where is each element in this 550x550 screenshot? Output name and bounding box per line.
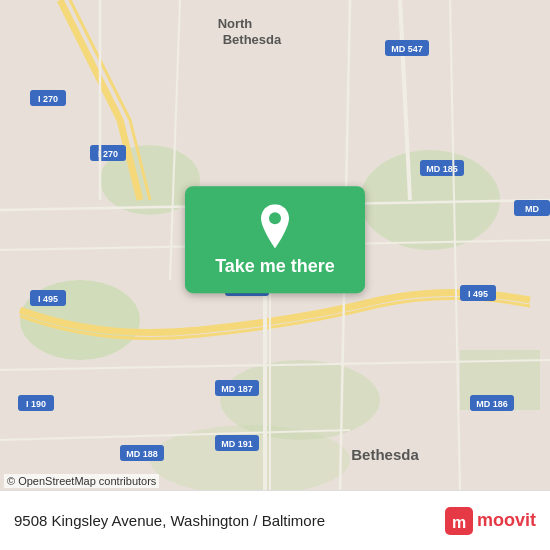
bottom-bar: 9508 Kingsley Avenue, Washington / Balti… — [0, 490, 550, 550]
svg-point-47 — [269, 212, 281, 224]
take-me-there-button[interactable]: Take me there — [185, 186, 365, 293]
svg-text:I 495: I 495 — [468, 289, 488, 299]
svg-text:MD 191: MD 191 — [221, 439, 253, 449]
map-container: I 270 I 270 I 495 I 495 MD 187 MD 187 MD… — [0, 0, 550, 490]
svg-text:Bethesda: Bethesda — [223, 32, 282, 47]
svg-text:I 270: I 270 — [38, 94, 58, 104]
svg-text:MD 188: MD 188 — [126, 449, 158, 459]
svg-text:MD 547: MD 547 — [391, 44, 423, 54]
svg-text:Bethesda: Bethesda — [351, 446, 419, 463]
svg-text:MD: MD — [525, 204, 539, 214]
svg-text:MD 186: MD 186 — [476, 399, 508, 409]
location-pin-icon — [257, 204, 293, 248]
moovit-text: moovit — [477, 510, 536, 531]
moovit-logo: m moovit — [445, 507, 536, 535]
cta-label: Take me there — [215, 256, 335, 277]
svg-text:North: North — [218, 16, 253, 31]
svg-text:MD 187: MD 187 — [221, 384, 253, 394]
svg-text:I 495: I 495 — [38, 294, 58, 304]
moovit-icon: m — [445, 507, 473, 535]
map-copyright: © OpenStreetMap contributors — [4, 474, 159, 488]
svg-text:I 190: I 190 — [26, 399, 46, 409]
svg-text:m: m — [452, 514, 466, 531]
address-text: 9508 Kingsley Avenue, Washington / Balti… — [14, 512, 325, 529]
